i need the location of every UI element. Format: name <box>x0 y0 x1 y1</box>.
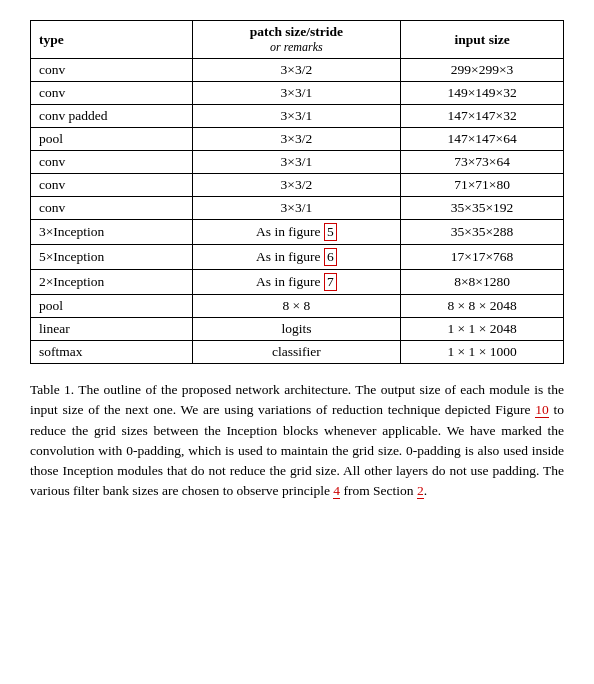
table-row: conv3×3/271×71×80 <box>31 174 564 197</box>
figure-ref-highlight: 7 <box>324 273 337 291</box>
cell-patch: 8 × 8 <box>192 295 400 318</box>
table-row: softmaxclassifier1 × 1 × 1000 <box>31 341 564 364</box>
cell-type: conv <box>31 59 193 82</box>
table-row: conv padded3×3/1147×147×32 <box>31 105 564 128</box>
cell-patch: 3×3/1 <box>192 197 400 220</box>
table-row: pool8 × 88 × 8 × 2048 <box>31 295 564 318</box>
cell-type: 5×Inception <box>31 245 193 270</box>
cell-patch: 3×3/2 <box>192 128 400 151</box>
cell-input: 71×71×80 <box>401 174 564 197</box>
col-type-header: type <box>31 21 193 59</box>
cell-patch: 3×3/2 <box>192 174 400 197</box>
table-row: 3×InceptionAs in figure 535×35×288 <box>31 220 564 245</box>
caption-middle2: from Section <box>340 483 417 498</box>
table-row: conv3×3/135×35×192 <box>31 197 564 220</box>
cell-type: conv <box>31 197 193 220</box>
cell-patch: logits <box>192 318 400 341</box>
table-row: 2×InceptionAs in figure 78×8×1280 <box>31 270 564 295</box>
caption-suffix: . <box>424 483 427 498</box>
table-row: conv3×3/2299×299×3 <box>31 59 564 82</box>
cell-input: 1 × 1 × 1000 <box>401 341 564 364</box>
cell-input: 147×147×32 <box>401 105 564 128</box>
cell-input: 1 × 1 × 2048 <box>401 318 564 341</box>
cell-type: pool <box>31 295 193 318</box>
col-patch-header-line2: or remarks <box>201 40 392 55</box>
cell-type: 2×Inception <box>31 270 193 295</box>
cell-type: 3×Inception <box>31 220 193 245</box>
col-input-header: input size <box>401 21 564 59</box>
cell-input: 35×35×192 <box>401 197 564 220</box>
caption-prefix: Table 1. The outline of the proposed net… <box>30 382 564 417</box>
col-patch-header-line1: patch size/stride <box>201 24 392 40</box>
cell-type: conv padded <box>31 105 193 128</box>
cell-patch: 3×3/1 <box>192 82 400 105</box>
ref10-link[interactable]: 10 <box>535 402 549 418</box>
cell-patch: 3×3/1 <box>192 105 400 128</box>
table-row: 5×InceptionAs in figure 617×17×768 <box>31 245 564 270</box>
cell-input: 147×147×64 <box>401 128 564 151</box>
table-row: conv3×3/173×73×64 <box>31 151 564 174</box>
ref2-link[interactable]: 2 <box>417 483 424 499</box>
cell-input: 35×35×288 <box>401 220 564 245</box>
architecture-table: type patch size/stride or remarks input … <box>30 20 564 364</box>
cell-input: 8×8×1280 <box>401 270 564 295</box>
cell-type: conv <box>31 174 193 197</box>
cell-input: 149×149×32 <box>401 82 564 105</box>
col-patch-header: patch size/stride or remarks <box>192 21 400 59</box>
cell-input: 73×73×64 <box>401 151 564 174</box>
table-caption: Table 1. The outline of the proposed net… <box>30 380 564 502</box>
cell-input: 299×299×3 <box>401 59 564 82</box>
cell-patch: As in figure 5 <box>192 220 400 245</box>
cell-input: 8 × 8 × 2048 <box>401 295 564 318</box>
figure-ref-highlight: 6 <box>324 248 337 266</box>
cell-patch: classifier <box>192 341 400 364</box>
table: type patch size/stride or remarks input … <box>30 20 564 364</box>
table-row: pool3×3/2147×147×64 <box>31 128 564 151</box>
cell-input: 17×17×768 <box>401 245 564 270</box>
table-row: linearlogits1 × 1 × 2048 <box>31 318 564 341</box>
cell-type: pool <box>31 128 193 151</box>
cell-type: linear <box>31 318 193 341</box>
cell-patch: As in figure 6 <box>192 245 400 270</box>
figure-ref-highlight: 5 <box>324 223 337 241</box>
cell-patch: 3×3/2 <box>192 59 400 82</box>
cell-type: softmax <box>31 341 193 364</box>
cell-patch: 3×3/1 <box>192 151 400 174</box>
cell-type: conv <box>31 151 193 174</box>
cell-type: conv <box>31 82 193 105</box>
cell-patch: As in figure 7 <box>192 270 400 295</box>
table-row: conv3×3/1149×149×32 <box>31 82 564 105</box>
